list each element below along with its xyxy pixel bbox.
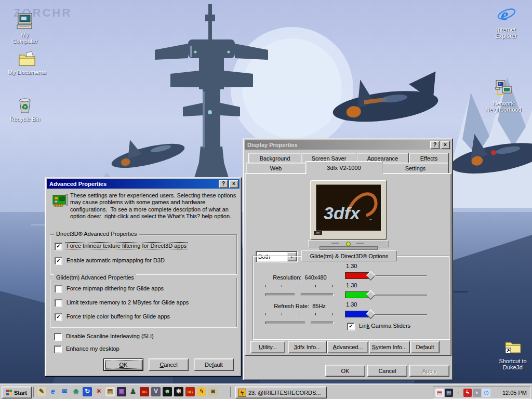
task-label: 23. @IRIEITESRECORDS... [248,390,321,396]
clock: 12:05 PM [502,390,528,396]
auto-mipmapping-checkbox[interactable]: ✓ Enable automatic mipmapping for D3D [55,257,166,265]
internet-explorer-icon: e [496,6,516,25]
tab-3dfx-v2-1000[interactable]: 3dfx V2-1000 [305,161,382,174]
refresh-ticks [265,313,332,315]
gamma-red-slider[interactable] [345,272,427,280]
mouse-icon[interactable]: ◗ [473,389,481,397]
cancel-button[interactable]: Cancel [149,358,189,371]
refresh-value: 85Hz [312,303,326,309]
enhance-desktop-checkbox[interactable]: Enhance my desktop [54,345,121,353]
outlook-express-icon[interactable]: ✉ [60,387,69,396]
cancel-button[interactable]: Cancel [367,365,407,377]
tab-background[interactable]: Background [248,153,301,164]
calendar-icon[interactable]: ▤ [105,387,115,396]
display-titlebar[interactable]: Display Properties ? × [245,140,451,150]
video-card-icon [52,193,69,209]
my-documents-icon [18,49,36,68]
help-button[interactable]: ? [219,180,228,188]
window-title: Display Properties [247,142,429,148]
skull-icon[interactable]: ✱ [174,387,183,396]
gamma-blue-value: 1.30 [346,301,357,308]
resolution-label: Resolution: 640x480 [261,274,339,281]
recycle-bin-icon: ♻ [16,96,34,114]
link-gamma-checkbox[interactable]: ✓ Link Gamma Sliders [347,323,411,330]
winamp-task-button[interactable]: ϟ 23. @IRIEITESRECORDS... [235,387,327,398]
icon-label: Shortcut to Duke3d [494,358,532,370]
default-button[interactable]: Default [410,341,440,353]
3dfx-info-button[interactable]: 3dfx Info... [288,341,327,353]
desktop-icon-duke3d[interactable]: Shortcut to Duke3d [494,338,532,370]
desktop-icon-my-computer[interactable]: My Computer [8,11,42,44]
resolution-slider-thumb[interactable] [295,288,301,299]
tab-web[interactable]: Web [246,163,306,174]
refresh-slider-thumb[interactable] [305,316,311,327]
force-trilinear-checkbox[interactable]: ✓ Force trilinear texture filtering for … [55,243,188,250]
close-button[interactable]: × [229,180,238,188]
advanced-button[interactable]: Advanced... [327,341,368,353]
desktop-icon-my-documents[interactable]: My Documents [6,49,48,75]
monitor-badge: IHI [314,231,322,235]
my-computer-icon [16,11,34,30]
tab-effects[interactable]: Effects [409,153,449,164]
system-tray: ▤ ▦ ◖ ϟ ◗ ◷ 12:05 PM [433,387,530,398]
start-button[interactable]: Start [2,387,32,398]
mdg-yellow-icon[interactable]: DG [185,387,195,396]
monitor-screen: 3dfx ™ [316,184,381,231]
desktop-icon-recycle-bin[interactable]: ♻ Recycle Bin [6,96,44,122]
globe-pointer-icon[interactable]: ◉ [71,387,81,396]
mdg-red-icon[interactable]: DG [140,387,149,396]
alien-icon[interactable]: ☻ [163,387,172,396]
ok-button[interactable]: OK [325,365,365,377]
gamma-blue-slider[interactable] [345,311,427,318]
svg-text:™: ™ [368,218,372,222]
close-button[interactable]: × [441,141,450,149]
resolution-value: 640x480 [304,274,326,281]
help-button[interactable]: ? [430,141,440,149]
limit-texture-memory-checkbox[interactable]: Limit texture memory to 2 MBytes for Gli… [55,299,190,307]
gamma-green-slider[interactable] [345,291,427,299]
tab-settings[interactable]: Settings [382,163,449,174]
3dfx-tray-icon[interactable]: ϟ [463,389,472,397]
gamma-green-value: 1.30 [346,282,357,288]
direct3d-group: Direct3D® Advanced Properties ✓ Force tr… [50,234,237,274]
display-colors-icon[interactable]: ▣ [117,387,126,396]
power-led [346,242,351,246]
3dfx-logo-text: 3dfx [324,203,361,223]
disable-sli-checkbox[interactable]: Disable Scanline Interleaving (SLI) [54,333,155,341]
display-tray-icon[interactable]: ▦ [445,389,453,397]
camera-icon[interactable]: ◙ [208,387,218,396]
volume-icon[interactable]: ◖ [454,389,462,397]
clock-tray-icon[interactable]: ◷ [482,389,490,397]
display-properties-window[interactable]: Display Properties ? × Background Screen… [243,138,453,380]
advanced-titlebar[interactable]: Advanced Properties ? × [47,179,240,189]
glide-group: Glide(tm) Advanced Properties Force mipm… [50,278,237,327]
v-wing-icon[interactable]: V [151,387,161,396]
advanced-properties-window[interactable]: Advanced Properties ? × These settings a… [45,177,242,377]
gamma-red-value: 1.30 [346,263,357,269]
icon-label: Internet Explorer [489,26,523,39]
tab-page-3dfx: 3dfx ™ IHI Both ▼ Glide(tm) & Direct3D® … [245,173,451,356]
soldier-icon[interactable]: ♟ [128,387,138,396]
utility-button[interactable]: Utility... [250,341,285,353]
internet-explorer-icon[interactable]: e [48,387,58,396]
red-star-icon[interactable]: ✳ [94,387,103,396]
taskbar-divider [230,387,232,397]
apply-button[interactable]: Apply [409,365,449,377]
monitor-base [320,246,378,250]
blue-swirl-icon[interactable]: ↻ [83,387,92,396]
winamp-icon: ϟ [238,389,246,397]
default-button[interactable]: Default [194,358,234,371]
mipmap-dithering-checkbox[interactable]: Force mipmap dithering for Glide apps [55,285,165,293]
icon-label: My Documents [8,69,46,75]
desktop-icon-internet-explorer[interactable]: e Internet Explorer [489,6,523,39]
taskbar-divider [33,387,35,397]
system-info-button[interactable]: System Info... [369,341,410,353]
desktop-icon-network-neighborhood[interactable]: Network Neighborhood [481,80,526,113]
channels-desktop-icon[interactable]: ✎ [37,387,46,396]
svg-text:e: e [501,5,508,24]
ok-button[interactable]: OK [103,358,143,371]
winamp-icon[interactable]: ϟ [197,387,206,396]
icon-label: My Computer [8,32,42,44]
triple-buffering-checkbox[interactable]: ✓ Force triple color buffering for Glide… [55,313,171,321]
task-scheduler-icon[interactable]: ▤ [435,389,444,397]
